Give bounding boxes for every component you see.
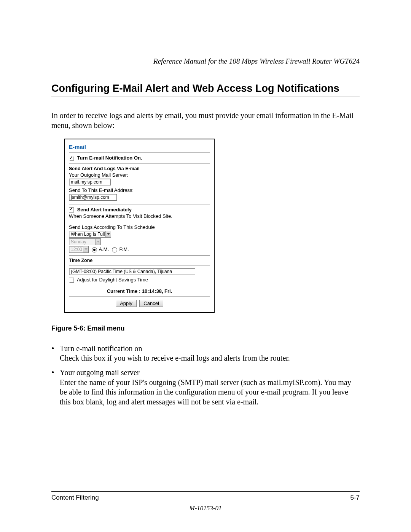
dst-label: Adjust for Daylight Savings Time — [77, 277, 148, 283]
time-value: 12:00 — [71, 247, 82, 252]
chevron-down-icon — [83, 246, 88, 252]
panel-title: E-mail — [69, 144, 210, 150]
send-to-input[interactable]: jsmith@myisp.com — [69, 194, 117, 201]
alert-immediate-desc: When Someone Attempts To Visit Blocked S… — [69, 213, 210, 219]
footer-page: 5-7 — [350, 494, 360, 502]
schedule-dropdown[interactable]: When Log is Full — [69, 231, 111, 238]
bullet-list: Turn e-mail notification on Check this b… — [51, 344, 360, 407]
schedule-label: Send Logs According To This Schedule — [69, 224, 210, 230]
schedule-value: When Log is Full — [71, 232, 105, 237]
current-time: Current Time : 10:14:38, Fri. — [69, 288, 210, 294]
email-config-panel: E-mail Turn E-mail Notification On. Send… — [64, 139, 215, 313]
pm-label: P.M. — [119, 246, 129, 252]
turn-on-label: Turn E-mail Notification On. — [77, 155, 142, 161]
document-number: M-10153-01 — [0, 505, 411, 512]
am-label: A.M. — [99, 246, 109, 252]
bullet-body: Enter the name of your ISP's outgoing (S… — [60, 378, 351, 406]
time-dropdown[interactable]: 12:00 — [69, 246, 89, 253]
day-value: Sunday — [71, 239, 86, 244]
cancel-button[interactable]: Cancel — [139, 300, 163, 307]
bullet-body: Check this box if you wish to receive e-… — [60, 354, 290, 362]
outgoing-server-input[interactable]: mail.myisp.com — [69, 179, 111, 185]
bullet-lead: Turn e-mail notification on — [60, 344, 142, 353]
footer-section: Content Filtering — [51, 494, 99, 502]
timezone-value[interactable]: (GMT-08:00) Pacific Time (US & Canada), … — [69, 268, 195, 275]
footer: Content Filtering 5-7 — [51, 491, 360, 502]
list-item: Turn e-mail notification on Check this b… — [60, 344, 360, 363]
chevron-down-icon — [105, 231, 111, 237]
turn-on-checkbox[interactable] — [69, 156, 74, 161]
day-dropdown[interactable]: Sunday — [69, 238, 101, 245]
alert-immediate-label: Send Alert Immediately — [77, 207, 132, 212]
alert-immediate-checkbox[interactable] — [69, 207, 74, 212]
outgoing-server-label: Your Outgoing Mail Server: — [69, 172, 210, 178]
dst-checkbox[interactable] — [69, 278, 74, 283]
pm-radio[interactable] — [112, 247, 117, 252]
running-header: Reference Manual for the 108 Mbps Wirele… — [51, 57, 360, 68]
intro-paragraph: In order to receive logs and alerts by e… — [51, 111, 360, 130]
send-via-heading: Send Alert And Logs Via E-mail — [69, 166, 210, 171]
send-to-label: Send To This E-mail Address: — [69, 187, 210, 193]
list-item: Your outgoing mail server Enter the name… — [60, 368, 360, 407]
bullet-lead: Your outgoing mail server — [60, 368, 140, 377]
timezone-heading: Time Zone — [69, 258, 210, 263]
apply-button[interactable]: Apply — [116, 300, 137, 307]
section-title: Configuring E-Mail Alert and Web Access … — [51, 83, 360, 96]
figure-caption: Figure 5-6: Email menu — [51, 324, 360, 332]
am-radio[interactable] — [92, 247, 97, 252]
chevron-down-icon — [95, 239, 100, 245]
